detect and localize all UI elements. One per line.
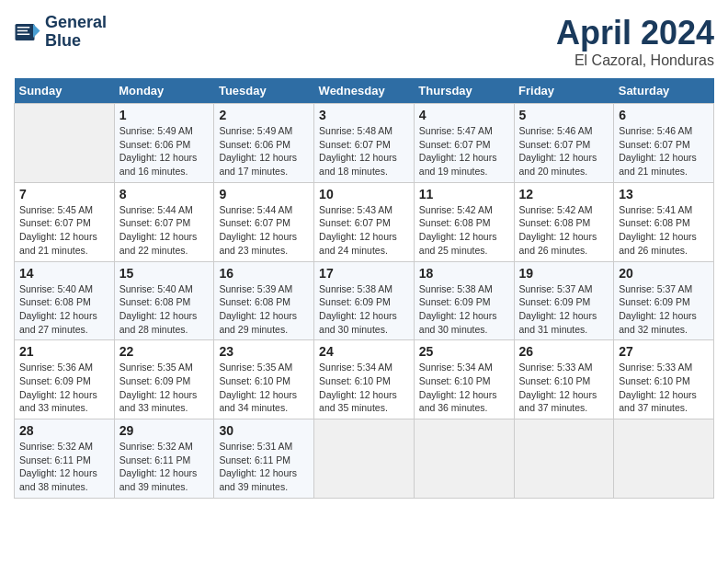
calendar-cell <box>414 419 514 499</box>
svg-rect-4 <box>17 33 30 35</box>
calendar-cell: 16 Sunrise: 5:39 AM Sunset: 6:08 PM Dayl… <box>214 261 314 340</box>
day-number: 1 <box>119 108 210 122</box>
day-number: 23 <box>219 344 309 359</box>
calendar-cell <box>614 419 714 499</box>
calendar-cell: 21 Sunrise: 5:36 AM Sunset: 6:09 PM Dayl… <box>15 340 115 419</box>
calendar-cell: 12 Sunrise: 5:42 AM Sunset: 6:08 PM Dayl… <box>514 182 614 261</box>
calendar-cell: 20 Sunrise: 5:37 AM Sunset: 6:09 PM Dayl… <box>614 261 714 340</box>
calendar-cell: 30 Sunrise: 5:31 AM Sunset: 6:11 PM Dayl… <box>214 419 314 499</box>
calendar-cell: 24 Sunrise: 5:34 AM Sunset: 6:10 PM Dayl… <box>314 340 415 419</box>
calendar-cell: 14 Sunrise: 5:40 AM Sunset: 6:08 PM Dayl… <box>15 261 115 340</box>
day-info: Sunrise: 5:33 AM Sunset: 6:10 PM Dayligh… <box>619 361 709 415</box>
header-row: Sunday Monday Tuesday Wednesday Thursday… <box>15 78 714 104</box>
day-info: Sunrise: 5:46 AM Sunset: 6:07 PM Dayligh… <box>619 124 709 178</box>
col-sunday: Sunday <box>15 78 115 104</box>
day-number: 10 <box>319 187 409 201</box>
day-number: 25 <box>419 344 509 359</box>
location-title: El Cazoral, Honduras <box>556 52 714 69</box>
day-number: 4 <box>419 108 509 122</box>
day-info: Sunrise: 5:33 AM Sunset: 6:10 PM Dayligh… <box>519 361 609 415</box>
day-info: Sunrise: 5:38 AM Sunset: 6:09 PM Dayligh… <box>319 282 409 337</box>
day-number: 26 <box>519 344 609 359</box>
week-row-3: 14 Sunrise: 5:40 AM Sunset: 6:08 PM Dayl… <box>15 261 714 340</box>
col-thursday: Thursday <box>414 78 514 104</box>
day-info: Sunrise: 5:49 AM Sunset: 6:06 PM Dayligh… <box>219 124 309 178</box>
day-info: Sunrise: 5:40 AM Sunset: 6:08 PM Dayligh… <box>119 282 210 337</box>
calendar-cell: 28 Sunrise: 5:32 AM Sunset: 6:11 PM Dayl… <box>15 419 115 499</box>
calendar-cell: 22 Sunrise: 5:35 AM Sunset: 6:09 PM Dayl… <box>114 340 214 419</box>
svg-rect-3 <box>17 30 28 32</box>
day-number: 3 <box>319 108 409 122</box>
day-number: 11 <box>419 187 509 201</box>
calendar-cell: 2 Sunrise: 5:49 AM Sunset: 6:06 PM Dayli… <box>214 104 314 183</box>
day-info: Sunrise: 5:34 AM Sunset: 6:10 PM Dayligh… <box>419 361 509 415</box>
day-number: 21 <box>19 344 109 359</box>
day-info: Sunrise: 5:49 AM Sunset: 6:06 PM Dayligh… <box>119 124 210 178</box>
day-number: 18 <box>419 266 509 281</box>
svg-marker-1 <box>33 24 40 38</box>
calendar-cell <box>15 104 115 183</box>
calendar-cell <box>314 419 415 499</box>
day-info: Sunrise: 5:42 AM Sunset: 6:08 PM Dayligh… <box>419 203 509 258</box>
week-row-5: 28 Sunrise: 5:32 AM Sunset: 6:11 PM Dayl… <box>15 419 714 499</box>
day-info: Sunrise: 5:45 AM Sunset: 6:07 PM Dayligh… <box>19 203 109 258</box>
day-number: 7 <box>19 187 109 201</box>
calendar-cell: 3 Sunrise: 5:48 AM Sunset: 6:07 PM Dayli… <box>314 104 415 183</box>
day-info: Sunrise: 5:44 AM Sunset: 6:07 PM Dayligh… <box>119 203 210 258</box>
col-friday: Friday <box>514 78 614 104</box>
col-monday: Monday <box>114 78 214 104</box>
day-number: 9 <box>219 187 309 201</box>
day-info: Sunrise: 5:34 AM Sunset: 6:10 PM Dayligh… <box>319 361 409 415</box>
calendar-cell: 8 Sunrise: 5:44 AM Sunset: 6:07 PM Dayli… <box>114 182 214 261</box>
day-number: 8 <box>119 187 210 201</box>
col-wednesday: Wednesday <box>314 78 415 104</box>
calendar-cell: 17 Sunrise: 5:38 AM Sunset: 6:09 PM Dayl… <box>314 261 415 340</box>
calendar-cell: 5 Sunrise: 5:46 AM Sunset: 6:07 PM Dayli… <box>514 104 614 183</box>
title-area: April 2024 El Cazoral, Honduras <box>556 14 714 69</box>
day-info: Sunrise: 5:48 AM Sunset: 6:07 PM Dayligh… <box>319 124 409 178</box>
day-info: Sunrise: 5:39 AM Sunset: 6:08 PM Dayligh… <box>219 282 309 337</box>
day-number: 16 <box>219 266 309 281</box>
logo-icon <box>14 18 41 46</box>
logo-line1: General <box>45 14 107 32</box>
day-info: Sunrise: 5:44 AM Sunset: 6:07 PM Dayligh… <box>219 203 309 258</box>
calendar-cell: 1 Sunrise: 5:49 AM Sunset: 6:06 PM Dayli… <box>114 104 214 183</box>
page-header: General Blue April 2024 El Cazoral, Hond… <box>14 14 714 69</box>
day-number: 2 <box>219 108 309 122</box>
day-info: Sunrise: 5:35 AM Sunset: 6:10 PM Dayligh… <box>219 361 309 415</box>
day-number: 13 <box>619 187 709 201</box>
calendar-cell: 25 Sunrise: 5:34 AM Sunset: 6:10 PM Dayl… <box>414 340 514 419</box>
calendar-cell: 11 Sunrise: 5:42 AM Sunset: 6:08 PM Dayl… <box>414 182 514 261</box>
col-tuesday: Tuesday <box>214 78 314 104</box>
logo: General Blue <box>14 14 107 51</box>
day-info: Sunrise: 5:35 AM Sunset: 6:09 PM Dayligh… <box>119 361 210 415</box>
week-row-2: 7 Sunrise: 5:45 AM Sunset: 6:07 PM Dayli… <box>15 182 714 261</box>
day-info: Sunrise: 5:32 AM Sunset: 6:11 PM Dayligh… <box>19 440 109 494</box>
calendar-cell: 29 Sunrise: 5:32 AM Sunset: 6:11 PM Dayl… <box>114 419 214 499</box>
month-title: April 2024 <box>556 14 714 52</box>
calendar-cell <box>514 419 614 499</box>
day-number: 6 <box>619 108 709 122</box>
calendar-cell: 26 Sunrise: 5:33 AM Sunset: 6:10 PM Dayl… <box>514 340 614 419</box>
calendar-cell: 6 Sunrise: 5:46 AM Sunset: 6:07 PM Dayli… <box>614 104 714 183</box>
calendar-cell: 13 Sunrise: 5:41 AM Sunset: 6:08 PM Dayl… <box>614 182 714 261</box>
calendar-cell: 7 Sunrise: 5:45 AM Sunset: 6:07 PM Dayli… <box>15 182 115 261</box>
calendar-cell: 15 Sunrise: 5:40 AM Sunset: 6:08 PM Dayl… <box>114 261 214 340</box>
day-number: 15 <box>119 266 210 281</box>
calendar-cell: 4 Sunrise: 5:47 AM Sunset: 6:07 PM Dayli… <box>414 104 514 183</box>
day-info: Sunrise: 5:37 AM Sunset: 6:09 PM Dayligh… <box>519 282 609 337</box>
day-number: 5 <box>519 108 609 122</box>
day-number: 30 <box>219 423 309 438</box>
week-row-1: 1 Sunrise: 5:49 AM Sunset: 6:06 PM Dayli… <box>15 104 714 183</box>
day-info: Sunrise: 5:31 AM Sunset: 6:11 PM Dayligh… <box>219 440 309 494</box>
calendar-table: Sunday Monday Tuesday Wednesday Thursday… <box>14 78 714 499</box>
calendar-cell: 9 Sunrise: 5:44 AM Sunset: 6:07 PM Dayli… <box>214 182 314 261</box>
week-row-4: 21 Sunrise: 5:36 AM Sunset: 6:09 PM Dayl… <box>15 340 714 419</box>
day-info: Sunrise: 5:36 AM Sunset: 6:09 PM Dayligh… <box>19 361 109 415</box>
day-info: Sunrise: 5:38 AM Sunset: 6:09 PM Dayligh… <box>419 282 509 337</box>
calendar-cell: 10 Sunrise: 5:43 AM Sunset: 6:07 PM Dayl… <box>314 182 415 261</box>
logo-line2: Blue <box>45 32 107 51</box>
day-info: Sunrise: 5:47 AM Sunset: 6:07 PM Dayligh… <box>419 124 509 178</box>
calendar-cell: 23 Sunrise: 5:35 AM Sunset: 6:10 PM Dayl… <box>214 340 314 419</box>
day-number: 27 <box>619 344 709 359</box>
